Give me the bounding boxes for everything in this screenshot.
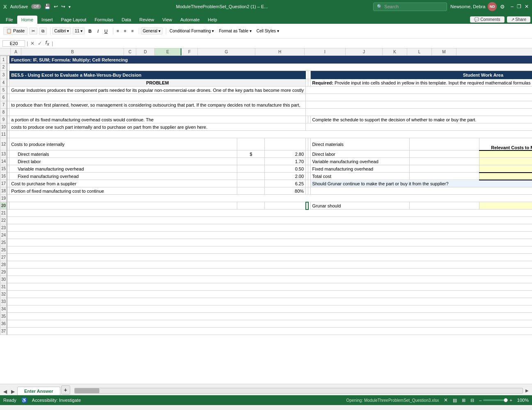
row-num-3: 3 <box>0 71 7 79</box>
normal-view-btn[interactable]: ▤ <box>453 398 457 403</box>
tab-insert[interactable]: Insert <box>37 16 57 24</box>
share-btn[interactable]: ↗ Share <box>507 16 530 23</box>
formula-input[interactable] <box>55 41 530 46</box>
redo-btn[interactable]: ↪ <box>61 4 65 9</box>
cell-g3[interactable]: Student Work Area <box>310 71 532 79</box>
customize-btn[interactable]: ▾ <box>69 5 71 9</box>
paste-btn[interactable]: 📋 Paste <box>3 27 28 35</box>
row-num-19: 19 <box>0 195 7 202</box>
font-group: Calibri ▾ 11 ▾ B I U <box>52 27 113 34</box>
conditional-format-btn[interactable]: Conditional Formatting ▾ <box>168 28 216 34</box>
font-name[interactable]: Calibri ▾ <box>52 27 71 34</box>
tab-formulas[interactable]: Formulas <box>90 16 117 24</box>
cell-i20[interactable] <box>479 202 532 210</box>
tab-help[interactable]: Help <box>204 16 221 24</box>
col-header-h[interactable]: H <box>255 48 305 55</box>
cell-i13[interactable] <box>479 150 532 158</box>
undo-btn[interactable]: ↩ <box>54 4 58 9</box>
table-row: 13 Direct materials $ 2.80 Direct labor <box>0 150 532 158</box>
next-sheet-btn[interactable]: ▶ <box>9 388 16 395</box>
quick-save-btn[interactable]: 💾 <box>44 4 50 9</box>
prev-sheet-btn[interactable]: ◀ <box>2 388 9 395</box>
col-header-c[interactable]: C <box>124 48 136 55</box>
col-header-g[interactable]: G <box>198 48 255 55</box>
comments-btn[interactable]: 💬 Comments <box>470 16 504 23</box>
col-header-i[interactable]: I <box>305 48 346 55</box>
cell-b4[interactable]: PROBLEM <box>9 79 306 87</box>
col-header-j[interactable]: J <box>346 48 383 55</box>
minimize-btn[interactable]: – <box>511 4 514 9</box>
col-header-f[interactable]: F <box>181 48 198 55</box>
row-num-11: 11 <box>0 131 7 138</box>
confirm-formula-icon[interactable]: ✓ <box>37 41 43 46</box>
col-header-l[interactable]: L <box>407 48 432 55</box>
cell-b1[interactable]: Function: IF, SUM; Formula: Multiply; Ce… <box>9 56 532 64</box>
close-btn[interactable]: ✕ <box>525 4 529 9</box>
table-row: 28 <box>0 261 532 269</box>
autosave-toggle[interactable]: Off <box>31 4 41 9</box>
cut-btn[interactable]: ✂ <box>29 27 37 34</box>
formula-bar: | ✕ ✓ fx | <box>0 39 532 48</box>
col-header-b[interactable]: B <box>21 48 124 55</box>
cell-styles-btn[interactable]: Cell Styles ▾ <box>255 28 281 34</box>
zoom-in-btn[interactable]: + <box>509 398 512 403</box>
zoom-slider[interactable]: – + <box>479 398 512 403</box>
tab-review[interactable]: Review <box>135 16 158 24</box>
cell-i15[interactable] <box>479 165 532 173</box>
col-header-m[interactable]: M <box>432 48 456 55</box>
zoom-out-btn[interactable]: – <box>479 398 482 403</box>
format-table-btn[interactable]: Format as Table ▾ <box>217 28 253 34</box>
tab-file[interactable]: File <box>2 16 17 24</box>
number-format-btn[interactable]: General ▾ <box>141 27 163 34</box>
horizontal-scrollbar[interactable] <box>74 388 523 394</box>
col-header-k[interactable]: K <box>383 48 407 55</box>
cell-b5[interactable]: Grunar Industries produces the component… <box>9 87 306 94</box>
insert-function-icon[interactable]: fx <box>44 40 50 46</box>
zoom-level: 100% <box>517 398 529 403</box>
close-opening-btn[interactable]: ✕ <box>444 397 448 403</box>
row-num-12: 12 <box>0 138 7 150</box>
tab-home[interactable]: Home <box>17 16 37 24</box>
copy-btn[interactable]: ⧉ <box>39 27 47 35</box>
col-header-e[interactable]: E <box>155 48 181 55</box>
cell-b3[interactable]: BE5.5 - Using Excel to Evaluate a Make-V… <box>9 71 306 79</box>
add-sheet-btn[interactable]: + <box>61 385 70 394</box>
cell-name-box[interactable] <box>2 40 25 47</box>
cell-b2[interactable] <box>9 64 532 71</box>
row-num-14: 14 <box>0 158 7 165</box>
cell-i12[interactable]: Relevant Costs to Make <box>479 138 532 150</box>
tab-view[interactable]: View <box>158 16 177 24</box>
table-row: 6 <box>0 94 532 101</box>
align-right-btn[interactable]: ≡ <box>130 28 135 34</box>
table-row: 27 <box>0 254 532 261</box>
app-icon: X <box>3 4 7 10</box>
tab-data[interactable]: Data <box>117 16 135 24</box>
table-row: 22 <box>0 217 532 224</box>
search-box[interactable]: 🔍 Search <box>373 2 447 11</box>
table-row: 10 costs to produce one such part intern… <box>0 123 532 131</box>
cancel-formula-icon[interactable]: ✕ <box>30 41 35 46</box>
restore-btn[interactable]: ❐ <box>517 4 521 9</box>
scroll-right-btn[interactable]: ▶ <box>524 387 530 394</box>
tab-page-layout[interactable]: Page Layout <box>57 16 91 24</box>
page-break-view-btn[interactable]: ⊟ <box>470 398 474 403</box>
col-header-d[interactable]: D <box>136 48 155 55</box>
cell-g4[interactable]: Required: Provide input into cells shade… <box>310 79 532 87</box>
cell-i14[interactable] <box>479 158 532 165</box>
page-layout-view-btn[interactable]: ⊞ <box>462 398 466 403</box>
col-header-a[interactable]: A <box>11 48 21 55</box>
number-group: General ▾ <box>141 27 166 34</box>
font-size[interactable]: 11 ▾ <box>73 27 85 34</box>
italic-btn[interactable]: I <box>95 28 101 34</box>
align-center-btn[interactable]: ≡ <box>122 28 128 34</box>
bold-btn[interactable]: B <box>86 28 94 34</box>
tab-automate[interactable]: Automate <box>176 16 204 24</box>
underline-btn[interactable]: U <box>102 28 110 34</box>
table-row: 9 a portion of its fixed manufacturing o… <box>0 116 532 123</box>
align-left-btn[interactable]: ≡ <box>115 28 121 34</box>
sheet-tab-enter-answer[interactable]: Enter Answer <box>17 387 60 395</box>
settings-icon[interactable]: ⚙ <box>500 4 505 10</box>
cell-i16[interactable] <box>479 173 532 180</box>
select-all-btn[interactable] <box>0 48 11 55</box>
table-row: 21 <box>0 210 532 217</box>
